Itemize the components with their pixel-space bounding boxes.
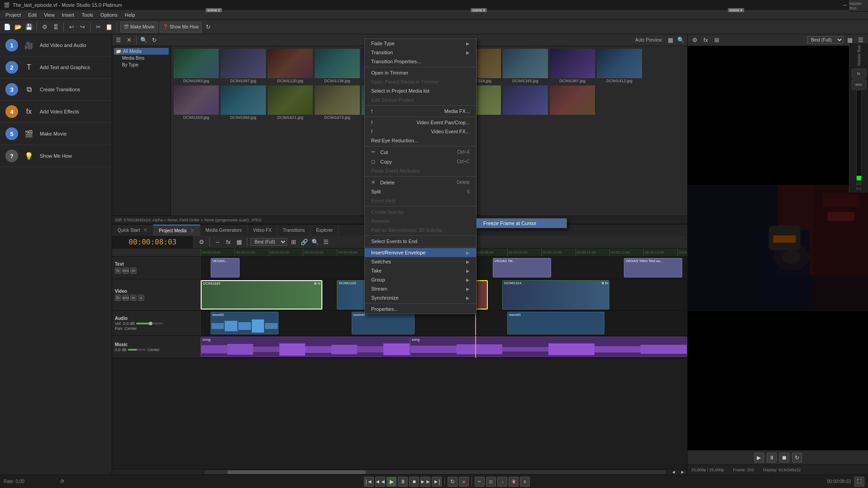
menu-insert[interactable]: Insert xyxy=(58,11,78,19)
tl-menu-icon[interactable]: ☰ xyxy=(321,238,330,247)
ctx-select-project-media[interactable]: Select in Project Media list xyxy=(365,86,476,95)
save-button[interactable]: 💾 xyxy=(24,23,33,32)
scroll-track[interactable] xyxy=(204,470,665,474)
clip-text-1[interactable]: VEGAS... xyxy=(211,258,240,277)
clip-audio-1[interactable]: sound1 xyxy=(211,312,279,334)
menu-help[interactable]: Help xyxy=(121,11,139,19)
tl-view-icon[interactable]: ▦ xyxy=(235,238,244,247)
menu-options[interactable]: Options xyxy=(97,11,121,19)
tree-all-media[interactable]: 📁 All Media xyxy=(114,48,169,55)
track-content-audio[interactable]: sound1 sound2 xyxy=(201,311,687,335)
ctx-red-eye[interactable]: Red Eye Reduction... xyxy=(365,136,476,145)
tab-explorer[interactable]: Explorer xyxy=(311,225,339,236)
tree-by-type[interactable]: By Type xyxy=(114,61,169,68)
tab-video-fx[interactable]: Video FX xyxy=(248,225,278,236)
preview-loop-btn[interactable]: ↻ xyxy=(792,453,802,463)
video-track-fx-btn[interactable]: fx xyxy=(115,295,121,301)
loop-btn[interactable]: ↻ xyxy=(448,477,458,487)
clip-music-1[interactable]: song xyxy=(201,337,410,357)
master-fx-btn[interactable]: fx xyxy=(852,69,866,79)
copy-icon[interactable]: 📋 xyxy=(104,23,113,32)
render-settings-icon[interactable]: 🎛 xyxy=(51,23,60,32)
text-track-fx-btn[interactable]: fx xyxy=(115,267,121,274)
normalize-icon[interactable]: ↔ xyxy=(213,238,222,247)
undo-button[interactable]: ↩ xyxy=(67,23,76,32)
tab-transitions[interactable]: Transitions xyxy=(278,225,311,236)
ctx-switches[interactable]: Switches ▶ xyxy=(365,257,476,266)
preview-pause-btn[interactable]: ⏸ xyxy=(767,453,777,463)
ctx-split[interactable]: Split S xyxy=(365,187,476,196)
preview-stop-btn[interactable]: ⏹ xyxy=(779,453,789,463)
clip-video-1[interactable]: DCIM1845 ⊕ fx xyxy=(201,280,322,310)
media-thumb-11[interactable]: DCIM1566.jpg xyxy=(221,85,266,120)
media-thumb-8[interactable]: DCIM1387.jpg xyxy=(550,49,595,84)
next-frame-btn[interactable]: ►► xyxy=(420,477,430,487)
ctx-media-fx[interactable]: f Media FX... xyxy=(365,107,476,116)
video-track-mute-btn[interactable]: m xyxy=(130,295,137,301)
view-mode-icon[interactable]: ▦ xyxy=(666,36,675,45)
preview-quality-select[interactable]: Best (Full) Good (Full) xyxy=(807,36,844,44)
mute-btn[interactable]: 🔇 xyxy=(509,477,519,487)
video-track-solo-btn[interactable]: s xyxy=(138,295,144,301)
track-content-music[interactable]: song xyxy=(201,336,687,358)
quality-select[interactable]: Best (Full) Good (Full) Draft (Full) xyxy=(250,238,287,246)
vol-value[interactable]: 0,0 dB xyxy=(123,321,135,326)
clip-text-2[interactable]: VEGAS Titl... xyxy=(493,258,551,277)
tab-quick-start[interactable]: Quick Start ✕ xyxy=(112,225,153,236)
clip-video-4[interactable]: DCIM1314 ⊕ fx xyxy=(502,280,609,310)
solo-btn[interactable]: S xyxy=(520,477,530,487)
media-menu-icon[interactable]: ☰ xyxy=(114,36,123,45)
new-button[interactable]: 📄 xyxy=(3,23,12,32)
ctx-video-pan-crop[interactable]: f Video Event Pan/Crop... xyxy=(365,118,476,127)
ctx-video-event-fx[interactable]: f Video Event FX... xyxy=(365,127,476,136)
ctx-properties[interactable]: Properties... xyxy=(365,305,476,314)
media-thumb-10[interactable]: DCIM1503.jpg xyxy=(174,85,219,120)
record-btn[interactable]: ● xyxy=(459,477,469,487)
media-thumb-7[interactable]: DCIM1345.jpg xyxy=(503,49,548,84)
wizard-item-effects[interactable]: 4 fx Add Video Effects xyxy=(0,101,112,123)
ctx-insert-remove-envelope[interactable]: Insert/Remove Envelope ▶ xyxy=(365,248,476,257)
cut-icon[interactable]: ✂ xyxy=(94,23,103,32)
menu-project[interactable]: Project xyxy=(2,11,24,19)
ctx-freeze-frame[interactable]: Freeze Frame at Cursor xyxy=(477,219,566,228)
scroll-thumb[interactable] xyxy=(227,470,366,474)
tl-grid-icon[interactable]: ⊞ xyxy=(289,238,298,247)
ctx-stream[interactable]: Stream ▶ xyxy=(365,284,476,293)
wizard-item-show-me-how[interactable]: ? 💡 Show Me How xyxy=(0,145,112,167)
prev-frame-btn[interactable]: ◄◄ xyxy=(375,477,385,487)
preview-settings-icon[interactable]: ⚙ xyxy=(690,36,699,45)
settings-icon[interactable]: ⚙ xyxy=(40,23,49,32)
tab-media-generators[interactable]: Media Generators xyxy=(200,225,248,236)
minimize-button[interactable]: ─ xyxy=(842,2,848,8)
text-track-env-btn[interactable]: env xyxy=(123,267,129,274)
redo-button[interactable]: ↪ xyxy=(78,23,87,32)
media-close-icon[interactable]: ✕ xyxy=(124,36,133,45)
tab-close-quick-start[interactable]: ✕ xyxy=(143,227,147,233)
wizard-item-add-video[interactable]: 1 🎥 Add Video and Audio xyxy=(0,34,112,56)
video-track-env-btn[interactable]: env xyxy=(123,295,129,301)
wizard-item-make-movie[interactable]: 5 🎬 Make Movie xyxy=(0,123,112,145)
ctx-open-trimmer[interactable]: Open in Trimmer xyxy=(365,68,476,77)
media-refresh-icon[interactable]: ↻ xyxy=(150,36,159,45)
preview-snap-icon[interactable]: ⊞ xyxy=(712,36,721,45)
go-end-btn[interactable]: ►| xyxy=(432,477,442,487)
show-me-how-button[interactable]: ❓ Show Me How xyxy=(160,22,202,33)
ctx-copy[interactable]: ◻ Copy Ctrl+C xyxy=(365,157,476,166)
ctx-cut[interactable]: ✂ Cut Ctrl+X xyxy=(365,147,476,157)
ctx-select-events-to-end[interactable]: Select Events to End xyxy=(365,237,476,246)
vol-slider-audio[interactable] xyxy=(136,323,163,324)
preview-fx-icon[interactable]: fx xyxy=(701,36,710,45)
wizard-item-add-text[interactable]: 2 T Add Text and Graphics xyxy=(0,56,112,79)
pan-value[interactable]: Center xyxy=(125,326,137,331)
timeline-settings-icon[interactable]: ⚙ xyxy=(197,238,206,247)
ctx-synchronize[interactable]: Synchronize ▶ xyxy=(365,293,476,302)
media-thumb-3[interactable]: DCIM1138.jpg xyxy=(315,49,360,84)
ctx-transition[interactable]: Transition ▶ xyxy=(365,48,476,57)
play-btn[interactable]: ▶ xyxy=(387,477,396,487)
media-thumb-12[interactable]: DCIM1621.jpg xyxy=(268,85,313,120)
menu-view[interactable]: View xyxy=(40,11,58,19)
master-env-btn[interactable]: env xyxy=(852,80,866,89)
clip-music-2[interactable]: song xyxy=(410,337,687,357)
fullscreen-btn[interactable]: ⛶ xyxy=(854,477,864,487)
scroll-right-btn[interactable]: ► xyxy=(678,468,687,475)
